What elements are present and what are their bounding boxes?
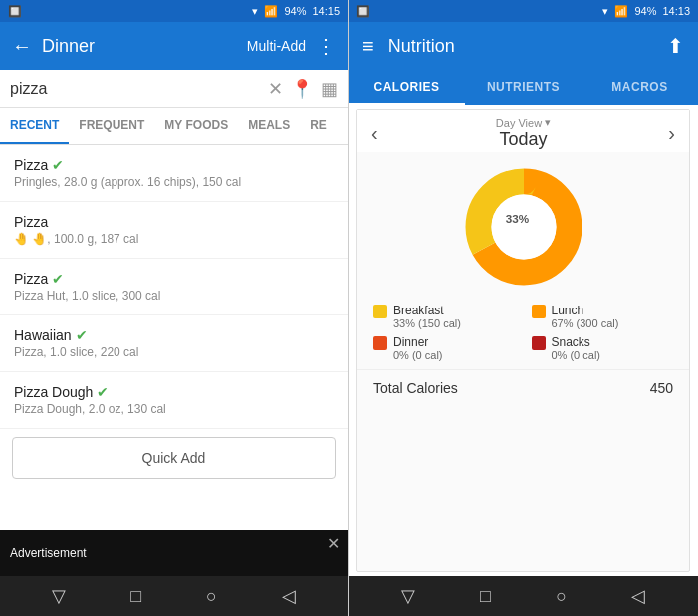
food-list: Pizza ✔ Pringles, 28.0 g (approx. 16 chi… <box>0 145 348 530</box>
status-right-left: ▾ 📶 94% 14:15 <box>252 5 340 18</box>
calories-chart: 33% 67% <box>357 152 689 296</box>
dinner-text: Dinner 0% (0 cal) <box>393 335 443 361</box>
clear-search-icon[interactable]: ✕ <box>268 78 283 100</box>
food-name-3: Pizza ✔ <box>14 271 334 287</box>
quick-add-button[interactable]: Quick Add <box>12 437 336 479</box>
nav-down-left[interactable]: ▽ <box>52 585 66 607</box>
nav-circle-left[interactable]: ○ <box>206 586 217 607</box>
nav-bar-left: ▽ □ ○ ◁ <box>0 576 348 616</box>
app-icon-left: 🔲 <box>8 5 22 18</box>
barcode-icon[interactable]: ▦ <box>321 78 338 100</box>
nav-back-left[interactable]: ◁ <box>282 585 296 607</box>
nav-square-left[interactable]: □ <box>130 586 141 607</box>
time-left: 14:15 <box>312 5 340 17</box>
tab-nutrients[interactable]: NUTRIENTS <box>465 70 582 105</box>
food-item-1[interactable]: Pizza ✔ Pringles, 28.0 g (approx. 16 chi… <box>0 145 348 202</box>
food-item-3[interactable]: Pizza ✔ Pizza Hut, 1.0 slice, 300 cal <box>0 259 348 315</box>
total-value: 450 <box>650 380 673 396</box>
ad-close-icon[interactable]: ✕ <box>327 534 340 553</box>
nav-back-right[interactable]: ◁ <box>631 585 645 607</box>
dinner-title: Dinner <box>42 36 237 57</box>
tab-macros[interactable]: MACROS <box>582 70 698 105</box>
battery-left: 94% <box>284 5 306 17</box>
search-tabs: RECENT FREQUENT MY FOODS MEALS RE <box>0 108 348 145</box>
nav-down-right[interactable]: ▽ <box>401 585 415 607</box>
svg-text:33%: 33% <box>505 212 529 225</box>
status-icons-right: 🔲 <box>356 5 370 18</box>
day-navigator: ‹ Day View ▾ Today › <box>357 110 689 152</box>
more-menu-button[interactable]: ⋮ <box>316 34 336 58</box>
tab-recent[interactable]: RECENT <box>0 108 69 144</box>
total-calories-row: Total Calories 450 <box>357 369 689 406</box>
check-icon-4: ✔ <box>76 327 88 343</box>
check-icon-3: ✔ <box>52 271 64 287</box>
nutrition-tabs: CALORIES NUTRIENTS MACROS <box>349 70 698 105</box>
app-header-right: ≡ Nutrition ⬆ <box>349 22 698 70</box>
dinner-color <box>373 336 387 350</box>
next-day-button[interactable]: › <box>668 122 675 145</box>
food-item-5[interactable]: Pizza Dough ✔ Pizza Dough, 2.0 oz, 130 c… <box>0 372 348 429</box>
food-detail-3: Pizza Hut, 1.0 slice, 300 cal <box>14 289 334 303</box>
prev-day-button[interactable]: ‹ <box>371 122 378 145</box>
day-label: Day View ▾ Today <box>496 116 551 150</box>
breakfast-text: Breakfast 33% (150 cal) <box>393 304 461 329</box>
food-name-1: Pizza ✔ <box>14 157 334 173</box>
app-header-left: ← Dinner Multi-Add ⋮ <box>0 22 348 70</box>
today-label: Today <box>496 129 551 150</box>
legend-dinner: Dinner 0% (0 cal) <box>373 335 516 361</box>
multi-add-button[interactable]: Multi-Add <box>247 38 306 54</box>
chart-legend: Breakfast 33% (150 cal) Lunch 67% (300 c… <box>357 296 689 367</box>
nav-bar-right: ▽ □ ○ ◁ <box>349 576 698 616</box>
back-button[interactable]: ← <box>12 35 32 58</box>
hamburger-menu-button[interactable]: ≡ <box>362 35 374 58</box>
status-bar-right: 🔲 ▾ 📶 94% 14:13 <box>349 0 698 22</box>
food-detail-2: 🤚 🤚, 100.0 g, 187 cal <box>14 232 334 246</box>
tab-my-foods[interactable]: MY FOODS <box>154 108 238 144</box>
battery-right: 94% <box>634 5 656 17</box>
nutrition-content: ‹ Day View ▾ Today › 33% 67% <box>356 109 690 572</box>
day-view-label: Day View ▾ <box>496 116 551 129</box>
time-right: 14:13 <box>662 5 690 17</box>
hand-icon-1: 🤚 🤚 <box>14 232 47 246</box>
search-input[interactable] <box>10 80 262 98</box>
search-action-icons: ✕ 📍 ▦ <box>268 78 338 100</box>
tab-frequent[interactable]: FREQUENT <box>69 108 154 144</box>
food-name-5: Pizza Dough ✔ <box>14 384 334 400</box>
status-bar-left: 🔲 ▾ 📶 94% 14:15 <box>0 0 348 22</box>
lunch-text: Lunch 67% (300 cal) <box>552 304 619 329</box>
tab-re[interactable]: RE <box>300 108 337 144</box>
search-bar: ✕ 📍 ▦ <box>0 70 348 108</box>
tab-meals[interactable]: MEALS <box>238 108 300 144</box>
nav-square-right[interactable]: □ <box>480 586 491 607</box>
wifi-icon-right: ▾ <box>602 5 608 18</box>
right-panel: 🔲 ▾ 📶 94% 14:13 ≡ Nutrition ⬆ CALORIES N… <box>349 0 698 616</box>
breakfast-color <box>373 305 387 318</box>
day-view-dropdown-icon[interactable]: ▾ <box>545 116 551 129</box>
legend-breakfast: Breakfast 33% (150 cal) <box>373 304 516 329</box>
snacks-color <box>532 336 546 350</box>
signal-icon-right: 📶 <box>614 5 628 18</box>
svg-text:67%: 67% <box>526 226 550 239</box>
lunch-color <box>532 305 546 318</box>
legend-snacks: Snacks 0% (0 cal) <box>532 335 674 361</box>
status-icons-left: 🔲 <box>8 5 22 18</box>
ad-banner: Advertisement ✕ <box>0 530 348 576</box>
food-detail-4: Pizza, 1.0 slice, 220 cal <box>14 345 334 359</box>
wifi-icon: ▾ <box>252 5 258 18</box>
food-item-4[interactable]: Hawaiian ✔ Pizza, 1.0 slice, 220 cal <box>0 315 348 372</box>
nav-circle-right[interactable]: ○ <box>556 586 567 607</box>
left-panel: 🔲 ▾ 📶 94% 14:15 ← Dinner Multi-Add ⋮ ✕ 📍… <box>0 0 349 616</box>
check-icon-5: ✔ <box>97 384 109 400</box>
status-right-right: ▾ 📶 94% 14:13 <box>602 5 690 18</box>
ad-text: Advertisement <box>10 546 87 560</box>
donut-svg: 33% 67% <box>459 162 588 292</box>
food-name-2: Pizza <box>14 214 334 230</box>
food-item-2[interactable]: Pizza 🤚 🤚, 100.0 g, 187 cal <box>0 202 348 259</box>
food-detail-1: Pringles, 28.0 g (approx. 16 chips), 150… <box>14 175 334 189</box>
legend-lunch: Lunch 67% (300 cal) <box>532 304 674 329</box>
location-icon[interactable]: 📍 <box>291 78 313 100</box>
nutrition-title: Nutrition <box>388 36 653 57</box>
upload-button[interactable]: ⬆ <box>667 34 684 58</box>
tab-calories[interactable]: CALORIES <box>349 70 465 105</box>
food-name-4: Hawaiian ✔ <box>14 327 334 343</box>
